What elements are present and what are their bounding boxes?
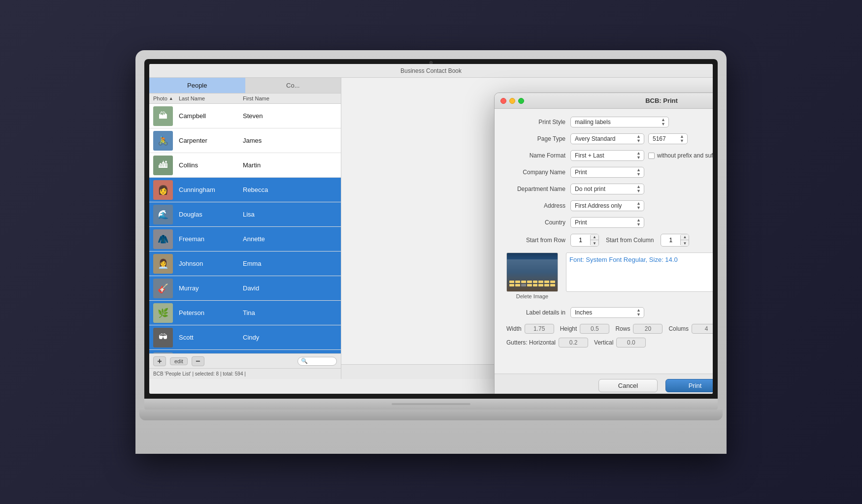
contact-photo: 🎸 (149, 276, 177, 301)
list-item[interactable]: 🧥 Freeman Annette (149, 227, 341, 252)
font-preview-area: Delete Image Font: System Font Regular, … (506, 252, 713, 299)
company-name-select[interactable]: Print ▲▼ (570, 167, 644, 178)
status-bar: BCB 'People List' | selected: 8 | total:… (149, 368, 341, 379)
country-select[interactable]: Print ▲▼ (570, 217, 644, 228)
gutters-row: Gutters: Horizontal 0.2 Vertical 0.0 (506, 338, 713, 347)
height-input[interactable]: 0.5 (580, 324, 609, 334)
list-item[interactable]: 🌿 Peterson Tina (149, 301, 341, 325)
row-increment-button[interactable]: ▲ (591, 234, 598, 240)
contact-first-name: James (241, 137, 341, 144)
gutters-h-label: Gutters: Horizontal (506, 339, 556, 346)
columns-field: Colums 4 (668, 324, 713, 334)
prefix-suffix-checkbox[interactable] (648, 153, 655, 159)
chevron-icon: ▲▼ (680, 134, 684, 143)
trackpad-notch (392, 403, 470, 405)
col-decrement-button[interactable]: ▼ (681, 240, 689, 246)
contact-last-name: Johnson (177, 260, 241, 267)
contact-first-name: Tina (241, 309, 341, 316)
page-type-number-select[interactable]: 5167 ▲▼ (648, 133, 688, 144)
width-field: Width 1.75 (506, 324, 554, 334)
list-item[interactable]: 🌊 Douglas Lisa (149, 202, 341, 227)
vertical-field: Vertical 0.0 (594, 338, 646, 347)
width-input[interactable]: 1.75 (525, 324, 554, 334)
chevron-icon: ▲▼ (636, 308, 641, 317)
th-first-name[interactable]: First Name (241, 95, 341, 101)
dept-name-select[interactable]: Do not print ▲▼ (570, 184, 644, 194)
name-format-row: Name Format First + Last ▲▼ w (506, 150, 713, 161)
contact-first-name: Lisa (241, 211, 341, 218)
label-details-control: Inches ▲▼ (570, 307, 713, 318)
print-dialog: BCB: Print Print Style mailing labels (494, 93, 713, 394)
contact-first-name: Rebecca (241, 186, 341, 193)
page-type-row: Page Type Avery Standard ▲▼ 5167 (506, 133, 713, 144)
rows-input[interactable]: 20 (633, 324, 663, 334)
minimize-button[interactable] (509, 98, 515, 104)
list-item[interactable]: 👩‍💼 Johnson Emma (149, 252, 341, 276)
address-label: Address (506, 202, 570, 209)
label-details-label: Label details in (506, 309, 570, 316)
chevron-icon: ▲▼ (636, 201, 641, 210)
app-title: Business Contact Book (400, 67, 462, 74)
th-photo[interactable]: Photo ▲ (149, 95, 177, 101)
page-type-control: Avery Standard ▲▼ 5167 ▲▼ (570, 133, 713, 144)
start-row-label: Start from Row (506, 237, 570, 244)
start-row-col-row: Start from Row 1 ▲ ▼ (506, 234, 713, 247)
dimensions-row: Width 1.75 Height 0.5 Rows (506, 324, 713, 334)
chevron-icon: ▲▼ (636, 134, 641, 143)
label-image-preview[interactable] (506, 252, 558, 292)
dialog-footer: Cancel Print (495, 374, 713, 394)
building-windows (509, 281, 555, 286)
dialog-title: BCB: Print (500, 97, 713, 104)
list-item[interactable]: 🏙 Collins Martin (149, 153, 341, 178)
contact-list: 🏔 Campbell Steven 🚴 Carpenter James 🏙 Co… (149, 104, 341, 353)
company-name-row: Company Name Print ▲▼ (506, 167, 713, 178)
label-unit-select[interactable]: Inches ▲▼ (570, 307, 644, 318)
row-decrement-button[interactable]: ▼ (591, 240, 598, 246)
print-style-select[interactable]: mailing labels ▲▼ (570, 117, 669, 127)
col-increment-button[interactable]: ▲ (681, 234, 689, 240)
gutters-h-field: Gutters: Horizontal 0.2 (506, 338, 588, 347)
th-last-name[interactable]: Last Name (177, 95, 241, 101)
traffic-lights (500, 98, 524, 104)
country-control: Print ▲▼ (570, 217, 713, 228)
contact-last-name: Douglas (177, 211, 241, 218)
page-type-select[interactable]: Avery Standard ▲▼ (570, 133, 644, 144)
tab-companies[interactable]: Co... (245, 78, 341, 93)
columns-input[interactable]: 4 (692, 324, 713, 334)
list-item[interactable]: 👩 Cunningham Rebecca (149, 178, 341, 202)
contact-last-name: Scott (177, 334, 241, 341)
cancel-button[interactable]: Cancel (598, 379, 658, 392)
contact-first-name: Steven (241, 112, 341, 120)
close-button[interactable] (500, 98, 506, 104)
sidebar: People Co... Photo ▲ Last Name First Nam… (149, 78, 341, 379)
edit-contact-button[interactable]: edit (170, 357, 188, 365)
vertical-label: Vertical (594, 339, 613, 346)
contact-last-name: Cunningham (177, 186, 241, 193)
gutters-h-input[interactable]: 0.2 (559, 338, 588, 347)
list-item[interactable]: 🎸 Murray David (149, 276, 341, 301)
laptop-base (139, 410, 723, 420)
contact-first-name: Martin (241, 161, 341, 169)
search-box[interactable]: 🔍 (298, 357, 337, 366)
font-text-preview: Font: System Font Regular, Size: 14.0 (566, 252, 713, 292)
address-select[interactable]: First Address only ▲▼ (570, 200, 644, 211)
list-item[interactable]: 🏔 Campbell Steven (149, 104, 341, 128)
remove-contact-button[interactable]: − (192, 356, 204, 366)
maximize-button[interactable] (518, 98, 524, 104)
start-row-stepper[interactable]: 1 ▲ ▼ (570, 234, 599, 247)
vertical-input[interactable]: 0.0 (616, 338, 646, 347)
country-label: Country (506, 219, 570, 226)
start-row-col-control: 1 ▲ ▼ Start from Column (570, 234, 713, 247)
list-item[interactable]: 🏋 Smith Thomas (149, 350, 341, 353)
print-button[interactable]: Print (665, 379, 713, 392)
tab-people[interactable]: People (149, 78, 245, 93)
start-col-stepper[interactable]: 1 ▲ ▼ (661, 234, 689, 247)
width-label: Width (506, 325, 522, 332)
contact-last-name: Peterson (177, 309, 241, 316)
add-contact-button[interactable]: + (153, 356, 166, 366)
name-format-select[interactable]: First + Last ▲▼ (570, 150, 644, 161)
font-preview-text: Font: System Font Regular, Size: 14.0 (569, 256, 678, 263)
list-item[interactable]: 🚴 Carpenter James (149, 128, 341, 153)
delete-image-button[interactable]: Delete Image (516, 293, 548, 299)
list-item[interactable]: 🕶 Scott Cindy (149, 325, 341, 350)
